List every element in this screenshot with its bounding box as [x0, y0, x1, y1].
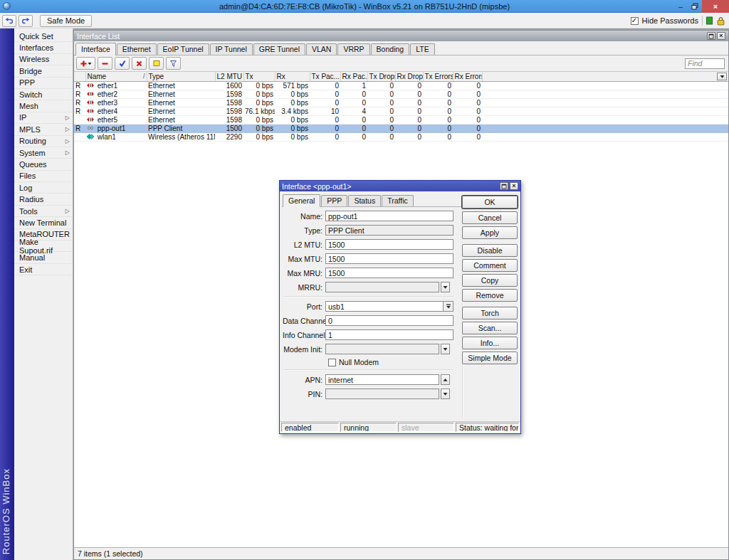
sidebar-item[interactable]: Interfaces ▷ — [14, 42, 73, 53]
tx-errors-column-header[interactable]: Tx Errors — [423, 72, 453, 81]
table-row[interactable]: R ether4 Ethernet 1598 76.1 kbps 3.4 kbp… — [74, 107, 728, 115]
sidebar-item[interactable]: Queues ▷ — [14, 159, 73, 170]
max-mru-field[interactable] — [325, 268, 453, 278]
dialog-titlebar[interactable]: Interface <ppp-out1> × — [280, 181, 520, 191]
rx-column-header[interactable]: Rx — [275, 72, 310, 81]
sidebar-item[interactable]: New Terminal ▷ — [14, 217, 73, 228]
port-field[interactable] — [325, 301, 453, 312]
main-titlebar[interactable]: admin@D4:CA:6D:7E:F8:CB (MikroTik) - Win… — [0, 0, 729, 13]
find-input[interactable] — [685, 58, 725, 69]
tab[interactable]: GRE Tunnel — [253, 43, 305, 55]
scan-button[interactable]: Scan... — [462, 322, 518, 334]
row-name-cell[interactable]: ether3 — [85, 98, 147, 107]
sidebar-item[interactable]: System ▷ — [14, 147, 73, 159]
interface-list-titlebar[interactable]: Interface List × — [74, 31, 728, 41]
apply-button[interactable]: Apply — [462, 226, 518, 239]
tx-column-header[interactable]: Tx — [243, 72, 275, 81]
ok-button[interactable]: OK — [462, 196, 518, 208]
disable-button[interactable]: Disable — [462, 244, 518, 257]
hide-passwords-checkbox[interactable]: ✓ — [631, 17, 639, 25]
tab[interactable]: Status — [348, 195, 381, 206]
sidebar-item[interactable]: Bridge ▷ — [14, 65, 73, 77]
simple-mode-button[interactable]: Simple Mode — [462, 352, 518, 364]
comment-button[interactable] — [149, 57, 164, 70]
copy-button[interactable]: Copy — [462, 274, 518, 287]
row-name-cell[interactable]: ether4 — [85, 107, 147, 115]
row-name-cell[interactable]: wlan1 — [85, 132, 147, 141]
comment-button[interactable]: Comment — [462, 259, 518, 272]
enable-interface-button[interactable] — [115, 57, 130, 70]
name-field[interactable] — [325, 211, 453, 221]
close-window-button[interactable]: × — [717, 32, 725, 40]
tab[interactable]: IP Tunnel — [210, 43, 253, 55]
table-row[interactable]: wlan1 Wireless (Atheros 11N) 2290 0 bps … — [74, 132, 728, 141]
row-name-cell[interactable]: ether1 — [85, 81, 147, 90]
tab[interactable]: General — [283, 194, 320, 207]
max-mtu-field[interactable] — [325, 253, 453, 264]
table-row[interactable]: R ether2 Ethernet 1598 0 bps 0 bps 0 0 0… — [74, 90, 728, 98]
tx-drops-column-header[interactable]: Tx Drops — [367, 72, 395, 81]
tx-packets-column-header[interactable]: Tx Pac... — [310, 72, 340, 81]
rx-drops-column-header[interactable]: Rx Drops — [395, 72, 423, 81]
sidebar-item[interactable]: Log ▷ — [14, 182, 73, 194]
apn-field[interactable] — [325, 374, 439, 385]
tab[interactable]: Bonding — [371, 43, 410, 55]
table-row[interactable]: R ppp-out1 PPP Client 1500 0 bps 0 bps 0… — [74, 124, 728, 132]
torch-button[interactable]: Torch — [462, 307, 518, 319]
redo-button[interactable] — [19, 15, 33, 27]
table-row[interactable]: R ether3 Ethernet 1598 0 bps 0 bps 0 0 0… — [74, 98, 728, 107]
remove-interface-button[interactable] — [98, 57, 112, 70]
info-button[interactable]: Info... — [462, 337, 518, 349]
port-select-button[interactable] — [443, 302, 453, 311]
add-interface-button[interactable] — [76, 57, 95, 70]
info-channel-field[interactable] — [325, 329, 453, 340]
sidebar-item[interactable]: Switch ▷ — [14, 89, 73, 100]
cancel-button[interactable]: Cancel — [462, 211, 518, 224]
tab[interactable]: Ethernet — [117, 43, 157, 55]
dialog-close-button[interactable]: × — [510, 182, 518, 190]
l2mtu-field[interactable] — [325, 239, 453, 250]
rx-errors-column-header[interactable]: Rx Errors — [453, 72, 482, 81]
modem-init-dropdown-button[interactable] — [441, 344, 450, 354]
pin-dropdown-button[interactable] — [441, 389, 450, 399]
sidebar-item[interactable]: Radius ▷ — [14, 194, 73, 205]
minimize-button[interactable]: – — [673, 0, 688, 13]
sidebar-item[interactable]: Routing ▷ — [14, 136, 73, 147]
sidebar-item[interactable]: Tools ▷ — [14, 206, 73, 217]
tab[interactable]: EoIP Tunnel — [157, 43, 209, 55]
column-select-button[interactable] — [717, 73, 727, 80]
sidebar-item[interactable]: Wireless ▷ — [14, 54, 73, 65]
rx-packets-column-header[interactable]: Rx Pac... — [340, 72, 367, 81]
sidebar-item[interactable]: MPLS ▷ — [14, 124, 73, 135]
data-channel-field[interactable] — [325, 315, 453, 326]
row-name-cell[interactable]: ppp-out1 — [85, 124, 147, 132]
close-button[interactable]: × — [702, 0, 729, 13]
safe-mode-button[interactable]: Safe Mode — [40, 15, 92, 27]
restore-button[interactable] — [688, 0, 702, 13]
tab[interactable]: PPP — [321, 195, 347, 206]
sidebar-item[interactable]: PPP ▷ — [14, 78, 73, 89]
dialog-restore-button[interactable] — [500, 182, 508, 190]
remove-button[interactable]: Remove — [462, 289, 518, 302]
table-row[interactable]: ether5 Ethernet 1598 0 bps 0 bps 0 0 0 0… — [74, 115, 728, 124]
tab[interactable]: LTE — [410, 43, 434, 55]
tab[interactable]: Traffic — [382, 195, 414, 206]
sidebar-item[interactable]: Mesh ▷ — [14, 100, 73, 112]
sidebar-item[interactable]: Make Supout.rif ▷ — [14, 241, 73, 252]
name-column-header[interactable]: Name/ — [85, 72, 147, 81]
sidebar-item[interactable]: Exit ▷ — [14, 264, 73, 275]
undo-button[interactable] — [2, 15, 16, 27]
sidebar-item[interactable]: IP ▷ — [14, 112, 73, 124]
mrru-dropdown-button[interactable] — [441, 282, 450, 292]
apn-collapse-button[interactable] — [441, 374, 450, 385]
restore-window-button[interactable] — [707, 32, 715, 40]
disable-interface-button[interactable] — [132, 57, 147, 70]
flag-column-header[interactable] — [74, 72, 85, 81]
row-name-cell[interactable]: ether5 — [85, 115, 147, 124]
null-modem-checkbox[interactable] — [328, 359, 336, 366]
type-column-header[interactable]: Type — [147, 72, 215, 81]
l2mtu-column-header[interactable]: L2 MTU — [215, 72, 243, 81]
tab[interactable]: Interface — [75, 43, 116, 56]
table-row[interactable]: R ether1 Ethernet 1600 0 bps 571 bps 0 1… — [74, 81, 728, 90]
sidebar-item[interactable]: Quick Set ▷ — [14, 31, 73, 42]
